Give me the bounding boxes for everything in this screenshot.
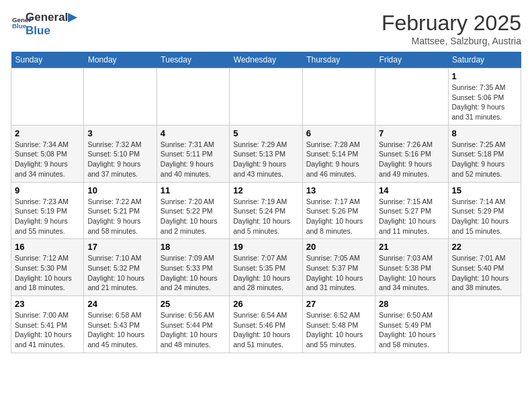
calendar-week-row: 23Sunrise: 7:00 AM Sunset: 5:41 PM Dayli… <box>11 296 521 353</box>
day-info: Sunrise: 7:19 AM Sunset: 5:24 PM Dayligh… <box>233 197 298 236</box>
day-number: 12 <box>233 185 298 195</box>
day-number: 18 <box>161 242 226 252</box>
day-number: 10 <box>87 185 152 195</box>
day-number: 13 <box>306 185 371 195</box>
calendar-header-row: SundayMondayTuesdayWednesdayThursdayFrid… <box>11 52 521 68</box>
day-info: Sunrise: 7:22 AM Sunset: 5:21 PM Dayligh… <box>87 197 152 236</box>
day-number: 17 <box>87 242 152 252</box>
calendar-cell <box>448 296 521 353</box>
weekday-header: Wednesday <box>230 52 302 68</box>
calendar-cell: 14Sunrise: 7:15 AM Sunset: 5:27 PM Dayli… <box>375 182 448 239</box>
day-number: 2 <box>15 128 80 138</box>
day-info: Sunrise: 6:54 AM Sunset: 5:46 PM Dayligh… <box>233 310 298 350</box>
day-info: Sunrise: 7:20 AM Sunset: 5:22 PM Dayligh… <box>161 197 226 236</box>
day-info: Sunrise: 7:31 AM Sunset: 5:11 PM Dayligh… <box>161 140 226 179</box>
day-number: 9 <box>15 185 80 195</box>
calendar-cell: 6Sunrise: 7:28 AM Sunset: 5:14 PM Daylig… <box>302 125 375 182</box>
day-number: 5 <box>233 128 298 138</box>
day-info: Sunrise: 7:32 AM Sunset: 5:10 PM Dayligh… <box>87 140 152 179</box>
day-number: 14 <box>379 185 444 195</box>
day-number: 1 <box>452 71 517 81</box>
calendar-cell: 19Sunrise: 7:07 AM Sunset: 5:35 PM Dayli… <box>230 239 302 296</box>
page-header: General Blue General▶ Blue February 2025… <box>11 11 521 46</box>
calendar-cell <box>302 68 375 126</box>
day-number: 22 <box>452 242 517 252</box>
day-info: Sunrise: 7:12 AM Sunset: 5:30 PM Dayligh… <box>15 253 80 293</box>
weekday-header: Friday <box>375 52 448 68</box>
calendar-cell: 17Sunrise: 7:10 AM Sunset: 5:32 PM Dayli… <box>84 239 157 296</box>
day-number: 7 <box>379 128 444 138</box>
calendar-week-row: 2Sunrise: 7:34 AM Sunset: 5:08 PM Daylig… <box>11 125 521 182</box>
calendar-cell: 1Sunrise: 7:35 AM Sunset: 5:06 PM Daylig… <box>448 68 521 126</box>
day-info: Sunrise: 7:28 AM Sunset: 5:14 PM Dayligh… <box>306 140 371 179</box>
svg-text:Blue: Blue <box>12 23 27 30</box>
calendar-cell: 23Sunrise: 7:00 AM Sunset: 5:41 PM Dayli… <box>11 296 84 353</box>
day-number: 23 <box>15 299 80 309</box>
day-number: 11 <box>161 185 226 195</box>
day-number: 6 <box>306 128 371 138</box>
day-info: Sunrise: 7:34 AM Sunset: 5:08 PM Dayligh… <box>15 140 80 179</box>
month-title: February 2025 <box>382 11 521 36</box>
day-info: Sunrise: 7:09 AM Sunset: 5:33 PM Dayligh… <box>161 253 226 293</box>
title-block: February 2025 Mattsee, Salzburg, Austria <box>382 11 521 46</box>
day-number: 16 <box>15 242 80 252</box>
day-info: Sunrise: 7:01 AM Sunset: 5:40 PM Dayligh… <box>452 253 517 293</box>
day-info: Sunrise: 6:50 AM Sunset: 5:49 PM Dayligh… <box>379 310 444 350</box>
calendar-cell <box>84 68 157 126</box>
day-number: 27 <box>306 299 371 309</box>
calendar-cell: 12Sunrise: 7:19 AM Sunset: 5:24 PM Dayli… <box>230 182 302 239</box>
day-number: 8 <box>452 128 517 138</box>
day-info: Sunrise: 7:23 AM Sunset: 5:19 PM Dayligh… <box>15 197 80 236</box>
weekday-header: Thursday <box>302 52 375 68</box>
calendar-cell: 27Sunrise: 6:52 AM Sunset: 5:48 PM Dayli… <box>302 296 375 353</box>
calendar-week-row: 16Sunrise: 7:12 AM Sunset: 5:30 PM Dayli… <box>11 239 521 296</box>
calendar-cell: 13Sunrise: 7:17 AM Sunset: 5:26 PM Dayli… <box>302 182 375 239</box>
calendar-cell: 11Sunrise: 7:20 AM Sunset: 5:22 PM Dayli… <box>157 182 229 239</box>
day-info: Sunrise: 7:26 AM Sunset: 5:16 PM Dayligh… <box>379 140 444 179</box>
day-info: Sunrise: 6:52 AM Sunset: 5:48 PM Dayligh… <box>306 310 371 350</box>
calendar-cell: 24Sunrise: 6:58 AM Sunset: 5:43 PM Dayli… <box>84 296 157 353</box>
calendar-cell: 9Sunrise: 7:23 AM Sunset: 5:19 PM Daylig… <box>11 182 84 239</box>
calendar-cell: 20Sunrise: 7:05 AM Sunset: 5:37 PM Dayli… <box>302 239 375 296</box>
day-info: Sunrise: 7:00 AM Sunset: 5:41 PM Dayligh… <box>15 310 80 350</box>
day-info: Sunrise: 7:29 AM Sunset: 5:13 PM Dayligh… <box>233 140 298 179</box>
calendar-cell: 10Sunrise: 7:22 AM Sunset: 5:21 PM Dayli… <box>84 182 157 239</box>
weekday-header: Monday <box>84 52 157 68</box>
calendar-cell: 3Sunrise: 7:32 AM Sunset: 5:10 PM Daylig… <box>84 125 157 182</box>
day-number: 24 <box>87 299 152 309</box>
day-info: Sunrise: 7:03 AM Sunset: 5:38 PM Dayligh… <box>379 253 444 293</box>
day-number: 4 <box>161 128 226 138</box>
day-info: Sunrise: 7:07 AM Sunset: 5:35 PM Dayligh… <box>233 253 298 293</box>
calendar-cell: 15Sunrise: 7:14 AM Sunset: 5:29 PM Dayli… <box>448 182 521 239</box>
weekday-header: Sunday <box>11 52 84 68</box>
weekday-header: Saturday <box>448 52 521 68</box>
day-number: 19 <box>233 242 298 252</box>
calendar-cell: 4Sunrise: 7:31 AM Sunset: 5:11 PM Daylig… <box>157 125 229 182</box>
calendar-cell <box>230 68 302 126</box>
day-info: Sunrise: 7:35 AM Sunset: 5:06 PM Dayligh… <box>452 83 517 122</box>
weekday-header: Tuesday <box>157 52 229 68</box>
location-subtitle: Mattsee, Salzburg, Austria <box>382 36 521 46</box>
calendar-cell: 21Sunrise: 7:03 AM Sunset: 5:38 PM Dayli… <box>375 239 448 296</box>
day-number: 3 <box>87 128 152 138</box>
calendar-cell <box>157 68 229 126</box>
calendar-cell <box>11 68 84 126</box>
day-info: Sunrise: 7:10 AM Sunset: 5:32 PM Dayligh… <box>87 253 152 293</box>
calendar-cell: 5Sunrise: 7:29 AM Sunset: 5:13 PM Daylig… <box>230 125 302 182</box>
day-number: 20 <box>306 242 371 252</box>
calendar-cell: 25Sunrise: 6:56 AM Sunset: 5:44 PM Dayli… <box>157 296 229 353</box>
calendar-cell: 2Sunrise: 7:34 AM Sunset: 5:08 PM Daylig… <box>11 125 84 182</box>
day-info: Sunrise: 6:58 AM Sunset: 5:43 PM Dayligh… <box>87 310 152 350</box>
calendar-cell: 28Sunrise: 6:50 AM Sunset: 5:49 PM Dayli… <box>375 296 448 353</box>
day-number: 15 <box>452 185 517 195</box>
day-info: Sunrise: 7:17 AM Sunset: 5:26 PM Dayligh… <box>306 197 371 236</box>
day-info: Sunrise: 6:56 AM Sunset: 5:44 PM Dayligh… <box>161 310 226 350</box>
day-info: Sunrise: 7:05 AM Sunset: 5:37 PM Dayligh… <box>306 253 371 293</box>
day-info: Sunrise: 7:25 AM Sunset: 5:18 PM Dayligh… <box>452 140 517 179</box>
logo: General Blue General▶ Blue <box>11 11 77 38</box>
day-number: 28 <box>379 299 444 309</box>
calendar-cell: 8Sunrise: 7:25 AM Sunset: 5:18 PM Daylig… <box>448 125 521 182</box>
calendar-cell: 26Sunrise: 6:54 AM Sunset: 5:46 PM Dayli… <box>230 296 302 353</box>
calendar-cell: 22Sunrise: 7:01 AM Sunset: 5:40 PM Dayli… <box>448 239 521 296</box>
calendar-cell: 7Sunrise: 7:26 AM Sunset: 5:16 PM Daylig… <box>375 125 448 182</box>
